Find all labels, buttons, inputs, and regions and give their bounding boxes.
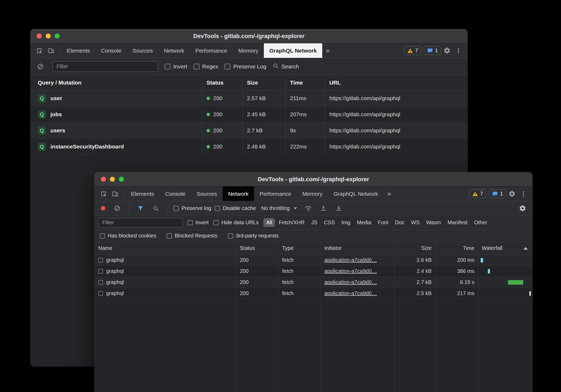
issues-badge[interactable]: 1 [424,46,441,55]
request-row[interactable]: graphql 200 fetch application-a7ca9d0… 2… [95,266,532,277]
tab-performance[interactable]: Performance [254,186,297,201]
kebab-menu-icon[interactable] [518,189,529,199]
header-status[interactable]: Status [236,242,278,254]
tab-network[interactable]: Network [223,186,254,201]
hide-data-urls-checkbox[interactable]: Hide data URLs [213,220,259,226]
tab-graphql-network[interactable]: GraphQL Network [328,186,384,201]
search-icon[interactable] [150,203,162,214]
filter-type-ws[interactable]: WS [408,218,422,227]
row-checkbox[interactable] [98,258,103,263]
filter-type-font[interactable]: Font [375,218,391,227]
header-time[interactable]: Time [435,242,478,254]
inspect-icon[interactable] [34,45,45,56]
waterfall-bar[interactable] [488,269,490,273]
has-blocked-cookies-checkbox[interactable]: Has blocked cookies [100,233,156,239]
issues-badge[interactable]: 1 [489,189,506,198]
header-size[interactable]: Size [395,242,435,254]
minimize-button[interactable] [110,177,115,182]
filter-type-doc[interactable]: Doc [392,218,408,227]
invert-checkbox[interactable]: Invert [165,63,187,70]
filter-type-other[interactable]: Other [471,218,490,227]
inspect-icon[interactable] [98,189,109,199]
tab-performance[interactable]: Performance [190,43,233,58]
filter-type-fetch-xhr[interactable]: Fetch/XHR [276,218,307,227]
initiator-link[interactable]: application-a7ca9d0… [324,268,377,274]
header-query-mutation[interactable]: Query / Mutation [30,75,202,90]
kebab-menu-icon[interactable] [453,45,464,56]
preserve-log-checkbox[interactable]: Preserve log [174,205,211,211]
blocked-requests-checkbox[interactable]: Blocked Requests [167,233,217,239]
waterfall-bar[interactable] [529,291,531,296]
filter-type-img[interactable]: Img [339,218,353,227]
preserve-log-checkbox[interactable]: Preserve Log [225,63,266,70]
import-har-icon[interactable] [318,203,329,214]
header-waterfall[interactable]: Waterfall [478,242,532,254]
filter-type-wasm[interactable]: Wasm [423,218,444,227]
tab-memory[interactable]: Memory [233,43,264,58]
header-size[interactable]: Size [242,75,286,90]
filter-type-css[interactable]: CSS [321,218,338,227]
tab-elements[interactable]: Elements [125,186,160,201]
titlebar[interactable]: DevTools - gitlab.com/-/graphql-explorer [95,172,532,186]
zoom-button[interactable] [119,177,124,182]
regex-checkbox[interactable]: Regex [194,63,218,70]
row-checkbox[interactable] [98,269,103,274]
invert-checkbox[interactable]: Invert [188,220,209,226]
header-url[interactable]: URL [325,75,467,90]
initiator-link[interactable]: application-a7ca9d0… [324,257,377,263]
filter-type-media[interactable]: Media [354,218,374,227]
network-conditions-icon[interactable] [302,203,314,214]
query-row[interactable]: QinstanceSecurityDashboard 200 2.48 kB 2… [30,139,467,155]
clear-icon[interactable] [35,61,46,72]
filter-input[interactable] [98,218,183,227]
filter-funnel-icon[interactable] [135,203,146,214]
tab-sources[interactable]: Sources [191,186,223,201]
clear-network-log-button[interactable] [111,203,123,214]
request-row[interactable]: graphql 200 fetch application-a7ca9d0… 2… [95,288,532,299]
tab-network[interactable]: Network [158,43,190,58]
tab-console[interactable]: Console [96,43,127,58]
settings-gear-icon[interactable] [441,45,453,56]
row-checkbox[interactable] [98,280,103,285]
zoom-button[interactable] [55,34,60,39]
query-row[interactable]: Qusers 200 2.7 kB 9s https://gitlab.com/… [30,123,467,139]
tab-memory[interactable]: Memory [297,186,328,201]
tab-sources[interactable]: Sources [127,43,158,58]
row-checkbox[interactable] [98,291,103,296]
query-row[interactable]: Quser 200 2.57 kB 211ms https://gitlab.c… [30,90,467,106]
header-initiator[interactable]: Initiator [321,242,395,254]
more-tabs-button[interactable]: » [384,186,395,201]
tab-console[interactable]: Console [160,186,191,201]
initiator-link[interactable]: application-a7ca9d0… [324,279,377,285]
warnings-badge[interactable]: 7 [469,189,486,198]
minimize-button[interactable] [46,34,51,39]
query-row[interactable]: Qjobs 200 2.45 kB 207ms https://gitlab.c… [30,106,467,123]
tab-elements[interactable]: Elements [61,43,96,58]
more-tabs-button[interactable]: » [322,43,333,58]
header-type[interactable]: Type [278,242,321,254]
export-har-icon[interactable] [333,203,345,214]
waterfall-bar[interactable] [508,280,523,284]
header-time[interactable]: Time [286,75,325,90]
device-toolbar-icon[interactable] [109,189,121,199]
header-name[interactable]: Name [95,242,236,254]
throttling-select[interactable]: No throttling [260,205,299,211]
disable-cache-checkbox[interactable]: Disable cache [215,205,256,211]
network-settings-gear-icon[interactable] [517,203,528,214]
device-toolbar-icon[interactable] [45,45,57,56]
filter-type-js[interactable]: JS [308,218,320,227]
close-button[interactable] [37,34,42,39]
request-row[interactable]: graphql 200 fetch application-a7ca9d0… 2… [95,255,532,266]
filter-input[interactable] [53,61,158,72]
filter-type-all[interactable]: All [263,218,275,227]
request-row[interactable]: graphql 200 fetch application-a7ca9d0… 2… [95,277,532,288]
header-status[interactable]: Status [202,75,242,90]
search-button[interactable]: Search [273,63,299,70]
titlebar[interactable]: DevTools - gitlab.com/-/graphql-explorer [30,29,467,43]
settings-gear-icon[interactable] [506,189,518,199]
tab-graphql-network[interactable]: GraphQL Network [264,43,322,58]
filter-type-manifest[interactable]: Manifest [445,218,470,227]
initiator-link[interactable]: application-a7ca9d0… [324,290,377,296]
record-button[interactable] [101,206,105,211]
waterfall-bar[interactable] [481,258,483,262]
